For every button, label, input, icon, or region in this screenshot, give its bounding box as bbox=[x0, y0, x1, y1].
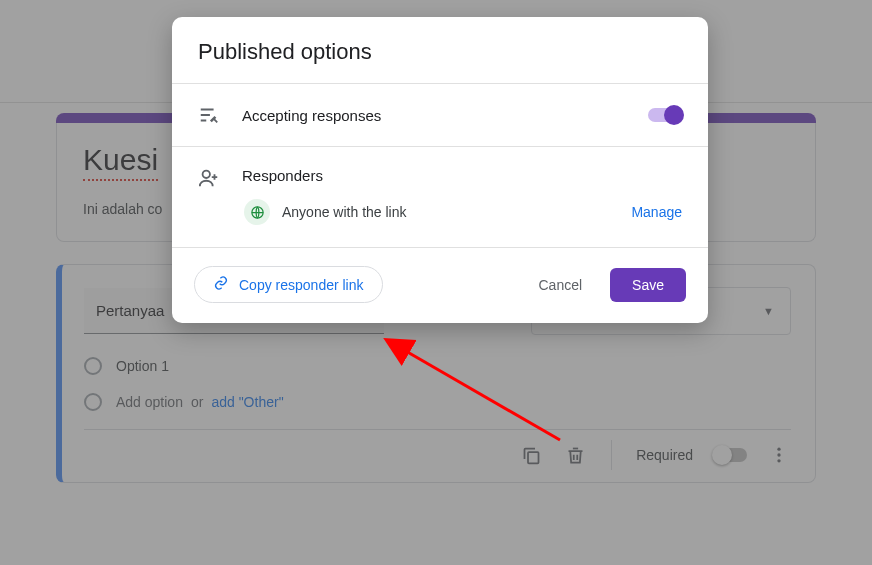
duplicate-icon[interactable] bbox=[519, 443, 543, 467]
required-label: Required bbox=[636, 447, 693, 463]
globe-icon bbox=[244, 199, 270, 225]
option-row-1[interactable]: Option 1 bbox=[84, 357, 791, 375]
copy-responder-link-button[interactable]: Copy responder link bbox=[194, 266, 383, 303]
responders-value-row: Anyone with the link Manage bbox=[172, 199, 708, 247]
svg-point-3 bbox=[777, 459, 780, 462]
svg-rect-0 bbox=[528, 452, 539, 463]
cancel-button[interactable]: Cancel bbox=[524, 269, 596, 301]
responses-icon bbox=[198, 104, 220, 126]
link-icon bbox=[213, 275, 229, 294]
accepting-responses-toggle[interactable] bbox=[648, 108, 682, 122]
save-button[interactable]: Save bbox=[610, 268, 686, 302]
form-title[interactable]: Kuesi bbox=[83, 143, 158, 181]
footer-divider bbox=[611, 440, 612, 470]
copy-link-label: Copy responder link bbox=[239, 277, 364, 293]
question-divider bbox=[84, 429, 791, 430]
radio-icon bbox=[84, 357, 102, 375]
dialog-title: Published options bbox=[172, 17, 708, 83]
svg-point-4 bbox=[203, 171, 210, 178]
trash-icon[interactable] bbox=[563, 443, 587, 467]
published-options-dialog: Published options Accepting responses Re… bbox=[172, 17, 708, 323]
required-toggle[interactable] bbox=[713, 448, 747, 462]
responders-label: Responders bbox=[242, 167, 323, 184]
option-add-row: Add option or add "Other" bbox=[84, 393, 791, 411]
add-option-button[interactable]: Add option bbox=[116, 394, 183, 410]
responders-value: Anyone with the link bbox=[282, 204, 407, 220]
accepting-responses-label: Accepting responses bbox=[242, 107, 626, 124]
radio-icon bbox=[84, 393, 102, 411]
svg-point-2 bbox=[777, 453, 780, 456]
or-label: or bbox=[191, 394, 203, 410]
svg-point-1 bbox=[777, 448, 780, 451]
dialog-footer: Copy responder link Cancel Save bbox=[172, 248, 708, 323]
option-1-label: Option 1 bbox=[116, 358, 169, 374]
person-add-icon bbox=[198, 167, 220, 189]
more-icon[interactable] bbox=[767, 443, 791, 467]
add-other-button[interactable]: add "Other" bbox=[211, 394, 283, 410]
responders-row: Responders bbox=[172, 147, 708, 199]
manage-link[interactable]: Manage bbox=[631, 204, 682, 220]
accepting-responses-row: Accepting responses bbox=[172, 84, 708, 146]
chevron-down-icon: ▼ bbox=[763, 305, 774, 317]
